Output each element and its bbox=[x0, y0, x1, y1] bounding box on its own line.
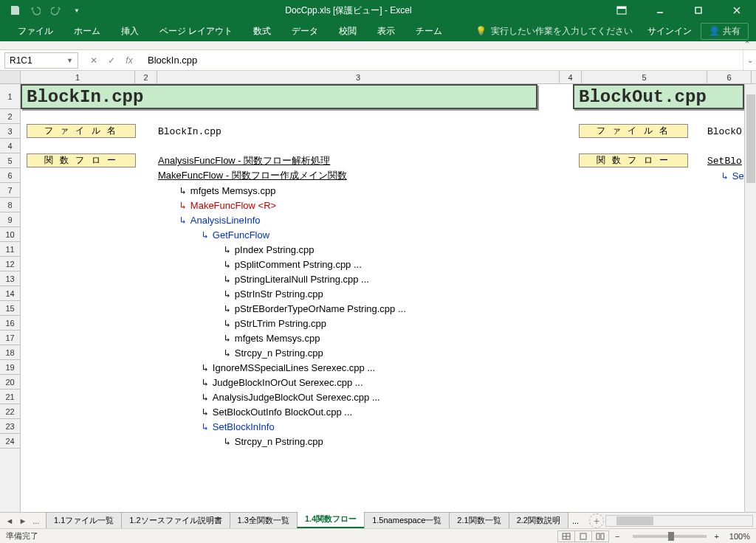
row-header[interactable]: 3 bbox=[0, 124, 20, 139]
section-title-b: BlockOut.cpp bbox=[573, 84, 744, 109]
horizontal-scrollbar[interactable] bbox=[605, 515, 753, 527]
expand-formula-bar-icon[interactable]: ⌄ bbox=[743, 50, 756, 70]
name-box[interactable]: R1C1 ▼ bbox=[4, 52, 78, 69]
ribbon-tab[interactable]: 校閲 bbox=[329, 21, 367, 41]
scrollbar-thumb[interactable] bbox=[616, 516, 653, 525]
window-titlebar: ▼ DocCpp.xls [保護ビュー] - Excel bbox=[0, 0, 756, 21]
sheet-tab[interactable]: 2.1関数一覧 bbox=[449, 512, 509, 528]
save-icon[interactable] bbox=[6, 1, 24, 19]
tell-me-search[interactable]: 💡 実行したい作業を入力してください bbox=[475, 25, 633, 38]
minimize-icon[interactable] bbox=[644, 0, 676, 21]
column-header[interactable]: 5 bbox=[582, 71, 707, 83]
ribbon-tab[interactable]: チーム bbox=[405, 21, 453, 41]
sheet-nav-prev-icon[interactable]: ◄ bbox=[4, 516, 15, 525]
row-header[interactable]: 6 bbox=[0, 168, 20, 183]
sheet-tab[interactable]: 1.2ソースファイル説明書 bbox=[121, 512, 230, 528]
sheet-nav-ellipsis[interactable]: ... bbox=[31, 516, 41, 525]
row-header[interactable]: 10 bbox=[0, 227, 20, 242]
svg-rect-8 bbox=[597, 533, 599, 539]
column-header[interactable]: 1 bbox=[21, 71, 135, 83]
row-header[interactable]: 24 bbox=[0, 434, 20, 449]
ribbon-tab[interactable]: データ bbox=[281, 21, 329, 41]
arrow-icon: ↳ bbox=[202, 421, 208, 432]
row-header[interactable]: 13 bbox=[0, 272, 20, 286]
row-header[interactable]: 7 bbox=[0, 183, 20, 198]
ribbon-tab[interactable]: 数式 bbox=[243, 21, 281, 41]
ribbon-tab[interactable]: 挿入 bbox=[111, 21, 149, 41]
sheet-nav-next-icon[interactable]: ► bbox=[18, 516, 28, 525]
scrollbar-thumb[interactable] bbox=[746, 94, 755, 183]
flow-line: ↳IgnoreMSSpecialLines Serexec.cpp ... bbox=[202, 360, 375, 375]
sign-in-link[interactable]: サインイン bbox=[647, 25, 692, 38]
select-all-corner[interactable] bbox=[0, 71, 21, 83]
undo-icon[interactable] bbox=[27, 1, 44, 19]
flow-line: ↳JudgeBlockInOrOut Serexec.cpp ... bbox=[202, 375, 363, 390]
row-header[interactable]: 17 bbox=[0, 331, 20, 345]
column-header[interactable]: 4 bbox=[560, 71, 582, 83]
sheet-tab[interactable]: 1.4関数フロー bbox=[297, 511, 365, 528]
column-header[interactable]: 2 bbox=[135, 71, 157, 83]
flow-line: ↳GetFuncFlow bbox=[202, 227, 269, 242]
view-page-break-icon[interactable] bbox=[591, 530, 609, 542]
formula-input[interactable]: BlockIn.cpp bbox=[142, 52, 743, 68]
column-header[interactable]: 6 bbox=[707, 71, 752, 83]
row-header[interactable]: 1 bbox=[0, 84, 20, 109]
ribbon-tab[interactable]: ホーム bbox=[63, 21, 111, 41]
ribbon-tab[interactable]: ページ レイアウト bbox=[149, 21, 243, 41]
row-header[interactable]: 11 bbox=[0, 242, 20, 257]
column-header[interactable]: 3 bbox=[157, 71, 560, 83]
flow-line: ↳mfgets Memsys.cpp bbox=[180, 183, 275, 198]
row-header[interactable]: 15 bbox=[0, 301, 20, 316]
close-icon[interactable] bbox=[721, 0, 753, 21]
sheet-tab[interactable]: 1.5namespace一覧 bbox=[364, 512, 450, 528]
view-mode-buttons bbox=[558, 530, 609, 542]
sheet-tab[interactable]: 1.3全関数一覧 bbox=[230, 512, 298, 528]
zoom-level[interactable]: 100% bbox=[729, 532, 750, 541]
zoom-out-button[interactable]: − bbox=[615, 532, 619, 541]
redo-icon[interactable] bbox=[47, 1, 65, 19]
flow-line: ↳pStrLTrim Pstring.cpp bbox=[224, 316, 326, 331]
ribbon-display-icon[interactable] bbox=[605, 0, 638, 21]
enter-icon[interactable]: ✓ bbox=[103, 52, 120, 69]
row-header[interactable]: 8 bbox=[0, 198, 20, 212]
row-header[interactable]: 21 bbox=[0, 390, 20, 404]
sheet-tabs-more[interactable]: ... bbox=[568, 516, 583, 525]
row-header[interactable]: 2 bbox=[0, 109, 20, 124]
view-normal-icon[interactable] bbox=[557, 530, 575, 542]
row-header[interactable]: 22 bbox=[0, 404, 20, 419]
zoom-in-button[interactable]: + bbox=[714, 532, 718, 541]
row-header[interactable]: 14 bbox=[0, 286, 20, 301]
sheet-tab[interactable]: 1.1ファイル一覧 bbox=[46, 512, 122, 528]
chevron-down-icon[interactable]: ▼ bbox=[66, 57, 73, 64]
expand-ribbon-icon[interactable]: ⌃ bbox=[744, 40, 750, 48]
cells-area[interactable]: BlockIn.cpp BlockOut.cpp フ ァ イ ル 名 Block… bbox=[21, 84, 756, 512]
row-header[interactable]: 12 bbox=[0, 257, 20, 272]
qat-dropdown-icon[interactable]: ▼ bbox=[68, 1, 86, 19]
arrow-icon: ↳ bbox=[202, 377, 208, 388]
ribbon-tab[interactable]: ファイル bbox=[7, 21, 63, 41]
sheet-tab[interactable]: 2.2関数説明 bbox=[509, 512, 568, 528]
row-header[interactable]: 19 bbox=[0, 360, 20, 375]
view-page-layout-icon[interactable] bbox=[574, 530, 592, 542]
share-button[interactable]: 👤 共有 bbox=[701, 23, 749, 40]
zoom-slider[interactable] bbox=[633, 535, 707, 538]
row-header[interactable]: 9 bbox=[0, 212, 20, 227]
row-header[interactable]: 4 bbox=[0, 139, 20, 153]
row-header[interactable]: 18 bbox=[0, 345, 20, 360]
row-header[interactable]: 5 bbox=[0, 153, 20, 168]
row-header[interactable]: 23 bbox=[0, 419, 20, 434]
vertical-scrollbar[interactable] bbox=[744, 84, 756, 512]
arrow-icon: ↳ bbox=[180, 215, 186, 226]
window-controls bbox=[605, 0, 756, 21]
flow-b-child: ↳Se bbox=[722, 168, 744, 183]
ribbon-tab[interactable]: 表示 bbox=[367, 21, 405, 41]
row-header[interactable]: 20 bbox=[0, 375, 20, 390]
svg-rect-1 bbox=[617, 7, 626, 9]
maximize-icon[interactable] bbox=[682, 0, 715, 21]
zoom-slider-thumb[interactable] bbox=[668, 532, 674, 541]
row-header[interactable]: 16 bbox=[0, 316, 20, 331]
cancel-icon[interactable]: ✕ bbox=[86, 52, 102, 69]
fx-icon[interactable]: fx bbox=[121, 52, 137, 69]
label-flow-b: 関 数 フ ロ ー bbox=[579, 153, 688, 167]
new-sheet-button[interactable]: + bbox=[589, 513, 604, 528]
